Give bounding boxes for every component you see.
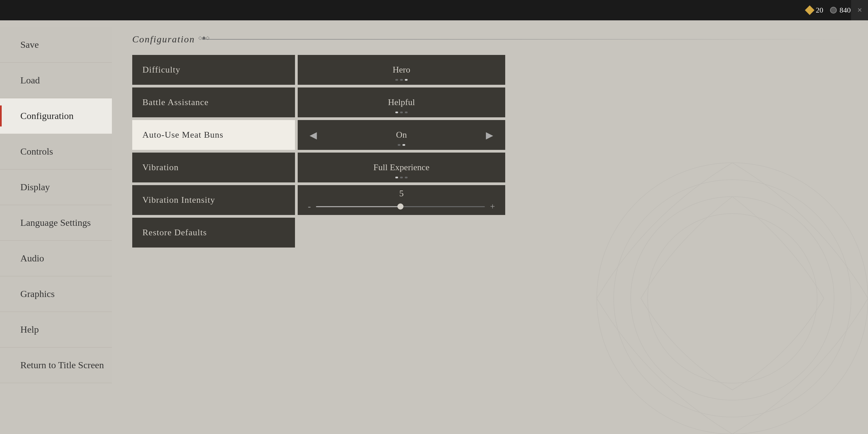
vibration-intensity-value: 5 - + — [298, 185, 505, 215]
slider-fill — [316, 206, 400, 207]
diamond-icon — [805, 5, 814, 15]
dot-1 — [398, 144, 400, 146]
sidebar-item-return-to-title-label: Return to Title Screen — [20, 360, 104, 371]
config-header: Configuration — [132, 34, 848, 45]
dot-1 — [395, 112, 398, 113]
sidebar-item-graphics[interactable]: Graphics — [0, 276, 112, 312]
sidebar-item-display[interactable]: Display — [0, 170, 112, 205]
left-arrow-button[interactable]: ◀ — [304, 128, 322, 142]
vibration-dots — [395, 177, 408, 178]
sidebar: Save Load Configuration Controls Display… — [0, 20, 112, 434]
page-title: Configuration — [132, 34, 195, 45]
slider-track-row: - + — [308, 201, 495, 212]
sidebar-item-display-label: Display — [20, 182, 50, 193]
dot-3 — [405, 177, 408, 178]
sidebar-item-graphics-label: Graphics — [20, 289, 55, 299]
dot-2 — [400, 79, 403, 81]
dot-1 — [395, 177, 398, 178]
slider-value: 5 — [399, 189, 404, 199]
diamond-amount: 20 — [816, 6, 823, 15]
dot-1 — [395, 79, 398, 81]
battle-assistance-dots — [395, 112, 408, 113]
difficulty-value[interactable]: Hero — [298, 55, 505, 85]
main-content: Configuration Difficulty Hero Battle Ass… — [112, 20, 868, 434]
setting-row-difficulty: Difficulty Hero — [132, 55, 505, 85]
dot-3 — [405, 79, 408, 81]
sidebar-item-help-label: Help — [20, 324, 39, 335]
right-arrow-button[interactable]: ▶ — [481, 128, 498, 142]
title-decoration — [202, 39, 848, 40]
top-bar: 20 8400 ✕ — [0, 0, 868, 20]
sidebar-item-save-label: Save — [20, 39, 39, 50]
sidebar-item-configuration-label: Configuration — [20, 111, 74, 121]
auto-use-meat-buns-label: Auto-Use Meat Buns — [132, 120, 295, 150]
dot-2 — [402, 144, 405, 146]
sidebar-item-save[interactable]: Save — [0, 27, 112, 63]
corner-arrows-icon: ✕ — [857, 6, 862, 14]
sidebar-item-language-settings[interactable]: Language Settings — [0, 205, 112, 241]
settings-container: Difficulty Hero Battle Assistance Helpfu… — [132, 55, 505, 248]
top-bar-corner: ✕ — [851, 0, 868, 20]
auto-use-meat-buns-value[interactable]: ◀ On ▶ — [298, 120, 505, 150]
sidebar-item-controls-label: Controls — [20, 146, 53, 157]
setting-row-vibration: Vibration Full Experience — [132, 153, 505, 182]
slider-track[interactable] — [316, 206, 485, 207]
vibration-label: Vibration — [132, 153, 295, 182]
restore-defaults-row: Restore Defaults — [132, 218, 505, 248]
setting-row-vibration-intensity: Vibration Intensity 5 - + — [132, 185, 505, 215]
battle-assistance-label: Battle Assistance — [132, 87, 295, 117]
difficulty-label: Difficulty — [132, 55, 295, 85]
auto-use-dots — [398, 144, 405, 146]
sidebar-item-controls[interactable]: Controls — [0, 134, 112, 170]
difficulty-dots — [395, 79, 408, 81]
setting-row-battle-assistance: Battle Assistance Helpful — [132, 87, 505, 117]
vibration-value[interactable]: Full Experience — [298, 153, 505, 182]
sidebar-item-audio-label: Audio — [20, 253, 44, 264]
sidebar-item-audio[interactable]: Audio — [0, 241, 112, 276]
setting-row-auto-use-meat-buns: Auto-Use Meat Buns ◀ On ▶ — [132, 120, 505, 150]
dot-2 — [400, 112, 403, 113]
sidebar-item-help[interactable]: Help — [0, 312, 112, 348]
sidebar-item-load-label: Load — [20, 75, 40, 86]
circle-icon — [830, 7, 837, 14]
slider-plus-button[interactable]: + — [490, 201, 495, 212]
sidebar-item-configuration[interactable]: Configuration — [0, 98, 112, 134]
battle-assistance-value[interactable]: Helpful — [298, 87, 505, 117]
dot-2 — [400, 177, 403, 178]
diamond-currency: 20 — [806, 6, 823, 15]
restore-defaults-button[interactable]: Restore Defaults — [132, 218, 295, 248]
vibration-intensity-label: Vibration Intensity — [132, 185, 295, 215]
slider-thumb[interactable] — [397, 203, 403, 210]
sidebar-item-return-to-title[interactable]: Return to Title Screen — [0, 348, 112, 383]
slider-minus-button[interactable]: - — [308, 201, 311, 212]
dot-3 — [405, 112, 408, 113]
sidebar-item-language-settings-label: Language Settings — [20, 217, 91, 228]
slider-container: 5 - + — [298, 189, 505, 212]
sidebar-item-load[interactable]: Load — [0, 63, 112, 98]
